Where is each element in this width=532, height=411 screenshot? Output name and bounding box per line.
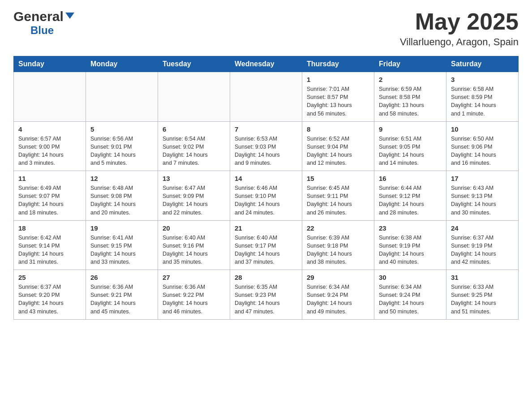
calendar-cell: 9Sunrise: 6:51 AM Sunset: 9:05 PM Daylig… [374,121,446,171]
header-thursday: Thursday [302,56,374,72]
day-number: 1 [307,76,369,83]
calendar-cell: 23Sunrise: 6:38 AM Sunset: 9:19 PM Dayli… [374,220,446,270]
day-number: 11 [18,175,81,182]
calendar-cell [86,72,158,122]
calendar-cell: 17Sunrise: 6:43 AM Sunset: 9:13 PM Dayli… [446,171,519,221]
day-info: Sunrise: 6:59 AM Sunset: 8:58 PM Dayligh… [379,85,442,118]
calendar-cell [158,72,230,122]
logo-general-text: General [13,9,64,24]
day-number: 4 [18,125,81,133]
calendar-cell: 26Sunrise: 6:36 AM Sunset: 9:21 PM Dayli… [86,270,158,320]
calendar-cell: 16Sunrise: 6:44 AM Sunset: 9:12 PM Dayli… [374,171,446,221]
day-info: Sunrise: 6:52 AM Sunset: 9:04 PM Dayligh… [307,135,369,167]
calendar-cell: 13Sunrise: 6:47 AM Sunset: 9:09 PM Dayli… [158,171,230,221]
header-tuesday: Tuesday [158,56,230,72]
day-info: Sunrise: 6:48 AM Sunset: 9:08 PM Dayligh… [90,184,153,217]
day-info: Sunrise: 6:57 AM Sunset: 9:00 PM Dayligh… [18,135,81,167]
day-info: Sunrise: 6:36 AM Sunset: 9:22 PM Dayligh… [163,283,225,316]
day-number: 19 [90,224,153,232]
day-number: 27 [163,274,225,281]
calendar-week-row: 11Sunrise: 6:49 AM Sunset: 9:07 PM Dayli… [14,171,519,221]
day-info: Sunrise: 6:35 AM Sunset: 9:23 PM Dayligh… [235,283,297,316]
calendar-week-row: 18Sunrise: 6:42 AM Sunset: 9:14 PM Dayli… [14,220,519,270]
day-number: 7 [235,125,297,133]
day-number: 16 [379,175,442,182]
day-info: Sunrise: 6:38 AM Sunset: 9:19 PM Dayligh… [379,234,442,266]
day-info: Sunrise: 6:46 AM Sunset: 9:10 PM Dayligh… [235,184,297,217]
day-number: 3 [451,76,514,83]
calendar-week-row: 25Sunrise: 6:37 AM Sunset: 9:20 PM Dayli… [14,270,519,320]
calendar-cell: 5Sunrise: 6:56 AM Sunset: 9:01 PM Daylig… [86,121,158,171]
day-number: 13 [163,175,225,182]
calendar-cell: 30Sunrise: 6:34 AM Sunset: 9:24 PM Dayli… [374,270,446,320]
logo-blue-text: Blue [30,24,54,36]
calendar-cell: 1Sunrise: 7:01 AM Sunset: 8:57 PM Daylig… [302,72,374,122]
day-info: Sunrise: 6:43 AM Sunset: 9:13 PM Dayligh… [451,184,514,217]
day-number: 22 [307,224,369,232]
header-saturday: Saturday [446,56,519,72]
day-number: 17 [451,175,514,182]
calendar-cell: 20Sunrise: 6:40 AM Sunset: 9:16 PM Dayli… [158,220,230,270]
calendar-cell: 12Sunrise: 6:48 AM Sunset: 9:08 PM Dayli… [86,171,158,221]
header-monday: Monday [86,56,158,72]
calendar-cell: 4Sunrise: 6:57 AM Sunset: 9:00 PM Daylig… [14,121,86,171]
calendar-cell: 31Sunrise: 6:33 AM Sunset: 9:25 PM Dayli… [446,270,519,320]
day-number: 25 [18,274,81,281]
day-info: Sunrise: 6:53 AM Sunset: 9:03 PM Dayligh… [235,135,297,167]
day-number: 15 [307,175,369,182]
day-info: Sunrise: 6:49 AM Sunset: 9:07 PM Dayligh… [18,184,81,217]
calendar-week-row: 4Sunrise: 6:57 AM Sunset: 9:00 PM Daylig… [14,121,519,171]
day-number: 8 [307,125,369,133]
calendar-cell: 6Sunrise: 6:54 AM Sunset: 9:02 PM Daylig… [158,121,230,171]
day-number: 26 [90,274,153,281]
logo-triangle-icon [65,13,74,19]
calendar-cell: 25Sunrise: 6:37 AM Sunset: 9:20 PM Dayli… [14,270,86,320]
day-number: 12 [90,175,153,182]
calendar-cell: 24Sunrise: 6:37 AM Sunset: 9:19 PM Dayli… [446,220,519,270]
calendar-week-row: 1Sunrise: 7:01 AM Sunset: 8:57 PM Daylig… [14,72,519,122]
logo: General Blue [13,9,74,37]
calendar-cell: 15Sunrise: 6:45 AM Sunset: 9:11 PM Dayli… [302,171,374,221]
day-number: 20 [163,224,225,232]
calendar-cell: 22Sunrise: 6:39 AM Sunset: 9:18 PM Dayli… [302,220,374,270]
header-sunday: Sunday [14,56,86,72]
day-number: 30 [379,274,442,281]
day-info: Sunrise: 6:50 AM Sunset: 9:06 PM Dayligh… [451,135,514,167]
calendar-header-row: SundayMondayTuesdayWednesdayThursdayFrid… [14,56,519,72]
title-block: May 2025 Villarluengo, Aragon, Spain [400,9,519,48]
day-info: Sunrise: 6:56 AM Sunset: 9:01 PM Dayligh… [90,135,153,167]
calendar-cell: 14Sunrise: 6:46 AM Sunset: 9:10 PM Dayli… [230,171,302,221]
calendar-cell: 21Sunrise: 6:40 AM Sunset: 9:17 PM Dayli… [230,220,302,270]
day-info: Sunrise: 6:41 AM Sunset: 9:15 PM Dayligh… [90,234,153,266]
day-info: Sunrise: 6:47 AM Sunset: 9:09 PM Dayligh… [163,184,225,217]
month-year-title: May 2025 [400,9,519,34]
day-info: Sunrise: 6:39 AM Sunset: 9:18 PM Dayligh… [307,234,369,266]
day-info: Sunrise: 6:51 AM Sunset: 9:05 PM Dayligh… [379,135,442,167]
day-number: 24 [451,224,514,232]
calendar-cell: 2Sunrise: 6:59 AM Sunset: 8:58 PM Daylig… [374,72,446,122]
day-info: Sunrise: 6:36 AM Sunset: 9:21 PM Dayligh… [90,283,153,316]
day-info: Sunrise: 6:45 AM Sunset: 9:11 PM Dayligh… [307,184,369,217]
day-number: 10 [451,125,514,133]
location-subtitle: Villarluengo, Aragon, Spain [400,36,519,48]
day-number: 31 [451,274,514,281]
day-number: 14 [235,175,297,182]
day-number: 2 [379,76,442,83]
calendar-cell: 29Sunrise: 6:34 AM Sunset: 9:24 PM Dayli… [302,270,374,320]
day-number: 6 [163,125,225,133]
calendar-cell: 8Sunrise: 6:52 AM Sunset: 9:04 PM Daylig… [302,121,374,171]
day-info: Sunrise: 6:34 AM Sunset: 9:24 PM Dayligh… [379,283,442,316]
day-info: Sunrise: 6:44 AM Sunset: 9:12 PM Dayligh… [379,184,442,217]
day-info: Sunrise: 6:42 AM Sunset: 9:14 PM Dayligh… [18,234,81,266]
calendar-cell [14,72,86,122]
day-info: Sunrise: 6:54 AM Sunset: 9:02 PM Dayligh… [163,135,225,167]
day-info: Sunrise: 6:37 AM Sunset: 9:20 PM Dayligh… [18,283,81,316]
day-number: 23 [379,224,442,232]
calendar-cell: 3Sunrise: 6:58 AM Sunset: 8:59 PM Daylig… [446,72,519,122]
calendar-cell [230,72,302,122]
day-number: 5 [90,125,153,133]
day-info: Sunrise: 6:33 AM Sunset: 9:25 PM Dayligh… [451,283,514,316]
calendar-cell: 19Sunrise: 6:41 AM Sunset: 9:15 PM Dayli… [86,220,158,270]
calendar-cell: 27Sunrise: 6:36 AM Sunset: 9:22 PM Dayli… [158,270,230,320]
calendar-cell: 28Sunrise: 6:35 AM Sunset: 9:23 PM Dayli… [230,270,302,320]
